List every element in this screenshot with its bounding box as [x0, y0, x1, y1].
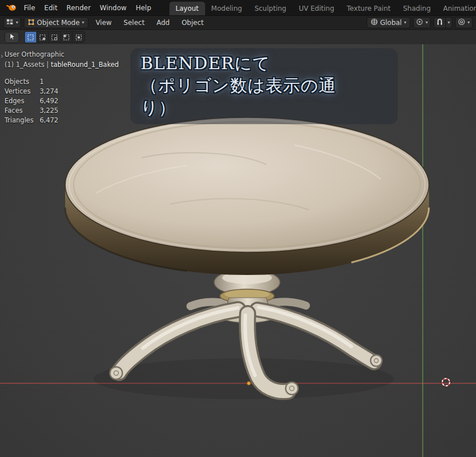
breadcrumb-collection: (1) 1_Assets: [5, 61, 44, 69]
stat-label: Objects: [5, 77, 40, 87]
tab-sculpting[interactable]: Sculpting: [248, 2, 292, 15]
tab-animation[interactable]: Animation: [437, 2, 476, 15]
tab-texture-paint[interactable]: Texture Paint: [341, 2, 397, 15]
transform-settings-cluster: Global ▾ ▾: [367, 17, 473, 28]
menu-view[interactable]: View: [91, 17, 116, 28]
menu-add[interactable]: Add: [152, 17, 174, 28]
menu-select[interactable]: Select: [119, 17, 149, 28]
breadcrumb-separator: |: [46, 61, 49, 69]
menu-object[interactable]: Object: [177, 17, 208, 28]
scene-statistics: Objects 1 Vertices 3,274 Edges 6,492 Fac…: [5, 77, 119, 125]
blender-window: File Edit Render Window Help Layout Mode…: [0, 0, 476, 457]
tab-uv-editing[interactable]: UV Editing: [292, 2, 341, 15]
chevron-down-icon: ▾: [16, 20, 18, 25]
stat-value: 6,492: [40, 96, 119, 106]
menu-help[interactable]: Help: [131, 2, 155, 14]
select-mode-subtract-button[interactable]: [49, 32, 61, 43]
object-mode-icon: [28, 19, 35, 27]
active-tool-button[interactable]: [5, 32, 19, 43]
proportional-edit-icon: [458, 18, 465, 27]
object-mode-label: Object Mode: [37, 19, 80, 27]
orientation-globe-icon: [371, 18, 378, 27]
menu-file[interactable]: File: [19, 2, 40, 14]
tab-modeling[interactable]: Modeling: [205, 2, 249, 15]
select-mode-segment: [24, 31, 85, 43]
chevron-down-icon: ▾: [448, 20, 450, 25]
chevron-down-icon: ▾: [426, 20, 428, 25]
proportional-edit-dropdown[interactable]: ▾: [455, 17, 473, 28]
viewport-editor-icon: [6, 19, 14, 27]
3d-cursor[interactable]: [440, 376, 452, 388]
stat-label: Vertices: [5, 87, 40, 96]
blender-logo-icon[interactable]: [3, 3, 19, 12]
select-mode-set-button[interactable]: [25, 32, 37, 43]
chevron-down-icon: ▾: [82, 20, 84, 25]
chevron-down-icon: ▾: [404, 20, 406, 25]
table-leg-right: [257, 307, 382, 366]
workspace-tabs: Layout Modeling Sculpting UV Editing Tex…: [169, 2, 476, 15]
stat-value: 1: [40, 77, 119, 87]
breadcrumb-object: tableRound_1_Baked: [51, 61, 119, 69]
cursor-select-icon: [8, 32, 16, 43]
stat-label: Edges: [5, 96, 40, 106]
view-name-label: User Orthographic: [5, 50, 119, 60]
object-mode-dropdown[interactable]: Object Mode ▾: [24, 17, 88, 28]
magnet-icon: [436, 18, 443, 27]
chevron-down-icon: ▾: [468, 20, 470, 25]
tab-layout[interactable]: Layout: [169, 2, 205, 15]
select-mode-invert-button[interactable]: [61, 32, 73, 43]
table-shadow: [94, 358, 394, 399]
select-mode-extend-button[interactable]: [37, 32, 49, 43]
annotation-caption: BLENDERにて （ポリゴン数は表示の通 り）: [130, 48, 398, 124]
stat-value: 3,225: [40, 106, 119, 116]
editor-type-dropdown[interactable]: ▾: [3, 17, 21, 28]
tab-shading[interactable]: Shading: [397, 2, 437, 15]
menu-window[interactable]: Window: [95, 2, 131, 14]
stat-label: Triangles: [5, 116, 40, 125]
stat-value: 3,274: [40, 87, 119, 96]
topbar: File Edit Render Window Help Layout Mode…: [0, 0, 476, 15]
viewport-header: ▾ Object Mode ▾ View Select Add Object: [0, 15, 476, 29]
stat-label: Faces: [5, 106, 40, 116]
menu-render[interactable]: Render: [62, 2, 95, 14]
tool-settings-bar: [0, 29, 476, 44]
pivot-point-dropdown[interactable]: ▾: [413, 17, 431, 28]
snap-toggle-button[interactable]: [434, 17, 446, 28]
viewport-overlay-info: User Orthographic (1) 1_Assets | tableRo…: [5, 50, 119, 125]
viewport-3d[interactable]: › User Orthographic (1) 1_Assets | table…: [0, 44, 476, 457]
tabletop-surface: [65, 117, 429, 252]
stat-value: 6,472: [40, 116, 119, 125]
table-model: [65, 117, 429, 395]
breadcrumb: (1) 1_Assets | tableRound_1_Baked: [5, 60, 119, 70]
menu-edit[interactable]: Edit: [40, 2, 62, 14]
select-mode-intersect-button[interactable]: [73, 32, 84, 43]
snap-settings-dropdown[interactable]: ▾: [446, 17, 452, 28]
transform-orientation-dropdown[interactable]: Global ▾: [367, 17, 410, 28]
object-origin-dot: [247, 382, 250, 385]
pivot-point-icon: [416, 18, 423, 27]
toolbar-expand-arrow[interactable]: ›: [1, 52, 3, 60]
orientation-label: Global: [380, 19, 402, 27]
